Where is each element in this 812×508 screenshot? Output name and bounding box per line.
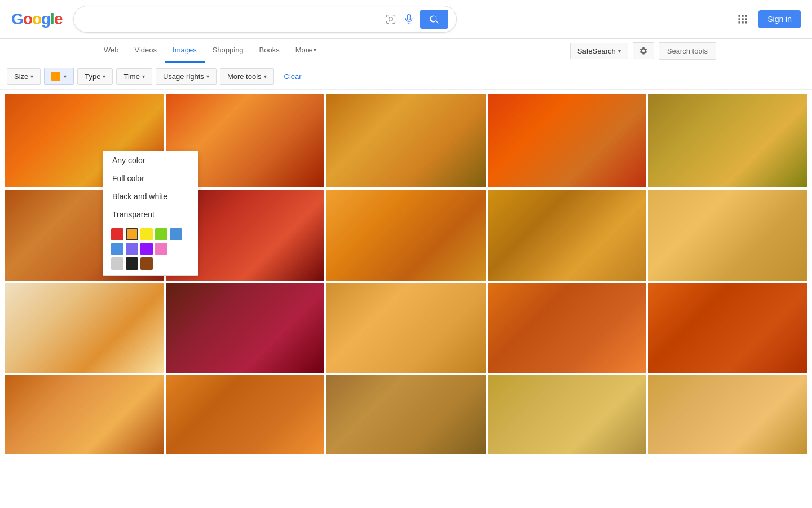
svg-rect-7 xyxy=(745,18,747,20)
time-filter[interactable]: Time ▾ xyxy=(116,68,152,85)
svg-rect-8 xyxy=(739,21,740,23)
green-color-swatch[interactable] xyxy=(155,228,167,240)
image-tile[interactable] xyxy=(5,375,164,454)
header-right: Sign in xyxy=(734,10,801,28)
image-tile[interactable] xyxy=(326,375,486,454)
orange-color-swatch[interactable] xyxy=(126,228,138,240)
image-tile[interactable] xyxy=(488,375,647,454)
nav-books[interactable]: Books xyxy=(251,39,288,63)
image-tile[interactable] xyxy=(166,375,325,454)
svg-rect-6 xyxy=(742,18,744,20)
image-tile[interactable] xyxy=(326,283,486,373)
svg-rect-4 xyxy=(745,15,747,17)
image-column-3 xyxy=(326,94,486,454)
nav-images[interactable]: Images xyxy=(165,39,205,63)
svg-rect-1 xyxy=(408,15,411,20)
image-tile[interactable] xyxy=(488,283,647,373)
search-button[interactable] xyxy=(420,10,448,29)
size-chevron-icon: ▾ xyxy=(30,73,33,80)
purple-color-swatch[interactable] xyxy=(140,243,153,255)
filters-bar: Size ▾ ▾ Type ▾ Time ▾ Usage rights ▾ Mo… xyxy=(0,63,812,90)
nav-bar: Web Videos Images Shopping Books More ▾ … xyxy=(0,39,812,63)
blue-color-swatch[interactable] xyxy=(111,243,123,255)
more-tools-filter[interactable]: More tools ▾ xyxy=(220,68,274,85)
safesearch-chevron-icon: ▾ xyxy=(618,48,621,54)
svg-rect-10 xyxy=(745,21,747,23)
usage-chevron-icon: ▾ xyxy=(206,73,209,80)
color-swatch xyxy=(51,72,60,81)
white-color-swatch[interactable] xyxy=(170,243,182,255)
red-color-swatch[interactable] xyxy=(111,228,123,240)
header: Google autumn leaves Sign in xyxy=(0,0,812,39)
svg-rect-9 xyxy=(742,21,744,23)
svg-rect-3 xyxy=(742,15,744,17)
type-filter[interactable]: Type ▾ xyxy=(77,68,113,85)
image-tile[interactable] xyxy=(488,94,647,187)
lightgray-color-swatch[interactable] xyxy=(111,257,123,270)
yellow-color-swatch[interactable] xyxy=(140,228,153,240)
settings-button[interactable] xyxy=(633,42,654,59)
nav-more[interactable]: More ▾ xyxy=(288,39,325,63)
teal-color-swatch[interactable] xyxy=(170,228,182,240)
image-tile[interactable] xyxy=(166,283,325,373)
image-column-4 xyxy=(488,94,647,454)
nav-search-tools[interactable]: Search tools xyxy=(659,42,716,60)
sign-in-button[interactable]: Sign in xyxy=(758,10,801,28)
image-tile[interactable] xyxy=(648,283,807,373)
more-tools-chevron-icon: ▾ xyxy=(264,73,267,80)
apps-button[interactable] xyxy=(734,10,752,28)
brown-color-swatch[interactable] xyxy=(140,257,153,270)
color-filter[interactable]: ▾ xyxy=(44,68,74,85)
nav-right: SafeSearch ▾ Search tools xyxy=(570,42,716,60)
image-tile[interactable] xyxy=(5,283,164,373)
image-tile[interactable] xyxy=(648,190,807,281)
size-filter[interactable]: Size ▾ xyxy=(7,68,41,85)
svg-point-0 xyxy=(389,17,393,21)
pink-color-swatch[interactable] xyxy=(155,243,167,255)
nav-web[interactable]: Web xyxy=(96,39,127,63)
type-chevron-icon: ▾ xyxy=(103,73,105,80)
image-tile[interactable] xyxy=(326,94,486,187)
search-input[interactable]: autumn leaves xyxy=(82,14,379,24)
nav-shopping[interactable]: Shopping xyxy=(205,39,251,63)
transparent-option[interactable]: Transparent xyxy=(103,205,198,224)
more-chevron-icon: ▾ xyxy=(314,47,316,53)
image-tile[interactable] xyxy=(488,190,647,281)
time-chevron-icon: ▾ xyxy=(142,73,145,80)
svg-rect-5 xyxy=(739,18,740,20)
black-color-swatch[interactable] xyxy=(126,257,138,270)
color-palette xyxy=(103,224,198,275)
image-column-5 xyxy=(648,94,807,454)
image-tile[interactable] xyxy=(648,94,807,187)
voice-search-button[interactable] xyxy=(402,12,416,26)
search-box: autumn leaves xyxy=(73,6,457,33)
google-logo[interactable]: Google xyxy=(11,10,62,28)
color-dropdown: Any color Full color Black and white Tra… xyxy=(103,151,198,276)
color-chevron-icon: ▾ xyxy=(64,73,67,80)
black-white-option[interactable]: Black and white xyxy=(103,187,198,205)
svg-rect-2 xyxy=(739,15,740,17)
blue-purple-color-swatch[interactable] xyxy=(126,243,138,255)
image-tile[interactable] xyxy=(648,375,807,454)
clear-filter-button[interactable]: Clear xyxy=(277,69,308,84)
usage-rights-filter[interactable]: Usage rights ▾ xyxy=(156,68,217,85)
camera-search-button[interactable] xyxy=(384,12,398,26)
image-tile[interactable] xyxy=(326,190,486,281)
any-color-option[interactable]: Any color xyxy=(103,151,198,169)
nav-videos[interactable]: Videos xyxy=(127,39,165,63)
safesearch-button[interactable]: SafeSearch ▾ xyxy=(570,43,628,59)
full-color-option[interactable]: Full color xyxy=(103,169,198,187)
